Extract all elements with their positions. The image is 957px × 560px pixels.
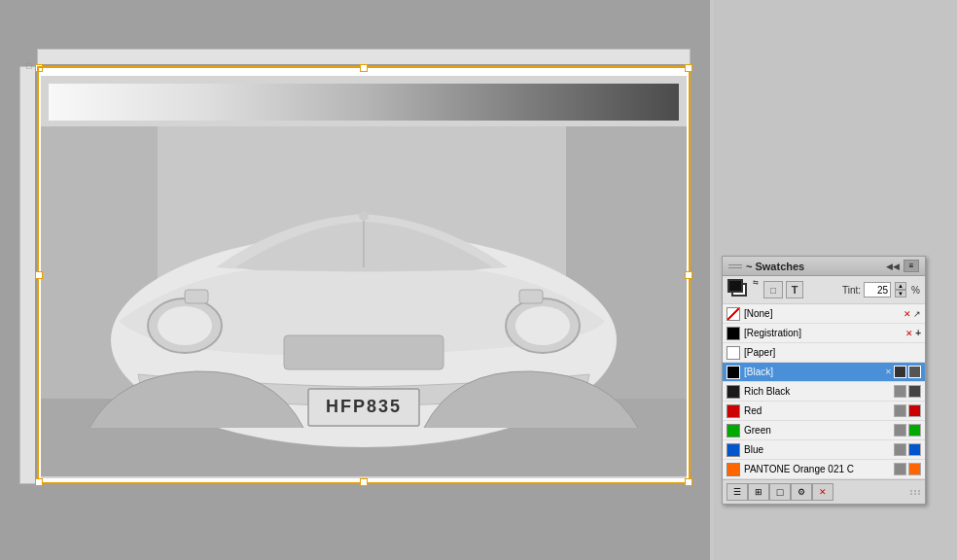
- tint-decrement[interactable]: ▼: [895, 290, 906, 298]
- svg-point-11: [359, 211, 369, 221]
- swatch-name: [Paper]: [744, 347, 917, 358]
- swatch-color-red: [727, 404, 740, 418]
- swatch-swatch-icon: [908, 463, 921, 475]
- swatch-type-icon: [894, 424, 906, 437]
- tint-stepper: ▲ ▼: [895, 282, 906, 298]
- swatches-bottom-toolbar: ☰ ⊞ □ ⚙ ✕: [723, 479, 925, 504]
- swatch-row-richblack[interactable]: Rich Black: [723, 382, 925, 402]
- swatch-type-icon: [894, 366, 906, 378]
- swatch-row-none[interactable]: [None] ✕ ↗: [723, 304, 925, 324]
- swatch-swatch-icon: [908, 385, 921, 398]
- new-swatch-button[interactable]: □: [769, 483, 791, 501]
- swatch-type-icon: [894, 404, 906, 417]
- swatch-name: Blue: [744, 444, 890, 455]
- stroke-button[interactable]: □: [763, 281, 783, 298]
- swap-icon: ⇆: [753, 279, 759, 287]
- swatch-cmyk-icon: ✕: [885, 368, 892, 376]
- car-image: HFP835: [41, 126, 687, 476]
- swatch-action-icons: [894, 443, 921, 456]
- svg-point-8: [515, 306, 570, 345]
- resize-grip: [910, 490, 921, 495]
- fill-stroke-indicator[interactable]: ⇆: [727, 279, 759, 300]
- swatch-row-pantone-orange[interactable]: PANTONE Orange 021 C: [723, 460, 925, 479]
- svg-rect-14: [185, 290, 208, 303]
- swatch-action-icons: [894, 463, 921, 475]
- swatch-color-green: [727, 424, 740, 438]
- swatch-row-green[interactable]: Green: [723, 421, 925, 440]
- swatch-action-icons: [894, 404, 921, 417]
- swatch-options-button[interactable]: ⚙: [791, 483, 812, 501]
- image-content: HFP835: [41, 76, 687, 478]
- swatch-name: PANTONE Orange 021 C: [744, 464, 890, 474]
- swatch-action-icons: ✕ +: [905, 328, 921, 338]
- tint-label: Tint:: [842, 285, 861, 296]
- show-swatches-options-button[interactable]: ☰: [727, 483, 748, 501]
- swatch-color-richblack: [727, 385, 740, 399]
- text-color-button[interactable]: T: [786, 281, 803, 298]
- new-color-group-button[interactable]: ⊞: [748, 483, 769, 501]
- swatch-swatch-icon: [908, 404, 921, 417]
- swatch-x-icon: ✕: [905, 329, 913, 338]
- swatch-name: Green: [744, 425, 890, 436]
- swatch-action-icons: [894, 385, 921, 398]
- swatch-action-icons: ✕ ↗: [904, 309, 921, 319]
- swatch-row-red[interactable]: Red: [723, 402, 925, 421]
- swatch-color-black: [727, 366, 740, 379]
- swatches-list: [None] ✕ ↗ [Registration] ✕ + [Paper] [B…: [723, 304, 925, 479]
- swatches-title-bar[interactable]: ~ Swatches ◀◀ ≡: [723, 257, 925, 276]
- swatch-type-icon: [894, 385, 906, 398]
- delete-swatch-button[interactable]: ✕: [812, 483, 833, 501]
- swatches-panel: ~ Swatches ◀◀ ≡ ⇆ □ T Tint: ▲ ▼ %: [722, 256, 926, 505]
- swatch-swatch-icon: [908, 424, 921, 437]
- swatches-panel-title: ~ Swatches: [746, 261, 804, 272]
- fill-box: [727, 279, 743, 293]
- swatch-x-icon: ✕: [904, 309, 911, 319]
- ruler-bar-h: [37, 49, 691, 66]
- swatch-name: [None]: [744, 308, 900, 319]
- svg-point-6: [158, 306, 212, 345]
- swatch-row-black[interactable]: [Black] ✕: [723, 363, 925, 382]
- tint-input[interactable]: [864, 282, 891, 298]
- swatch-arrow-icon: ↗: [913, 309, 921, 319]
- swatch-name: [Registration]: [744, 328, 902, 338]
- swatch-row-blue[interactable]: Blue: [723, 440, 925, 460]
- swatch-row-paper[interactable]: [Paper]: [723, 343, 925, 363]
- swatch-name: Red: [744, 405, 890, 416]
- percent-sign: %: [911, 285, 920, 296]
- swatch-color-paper: [727, 346, 740, 360]
- panel-menu-button[interactable]: ≡: [904, 260, 919, 272]
- svg-rect-9: [284, 335, 443, 369]
- page-icon: □: [26, 61, 31, 71]
- gradient-bar: [49, 84, 679, 121]
- swatch-action-icons: [894, 424, 921, 437]
- swatch-type-icon: [894, 443, 906, 456]
- panel-collapse-arrow[interactable]: ◀◀: [886, 262, 900, 271]
- panel-grip: [728, 264, 742, 268]
- swatch-color-registration: [727, 327, 740, 340]
- swatch-swatch-icon: [908, 366, 921, 378]
- swatch-swatch-icon: [908, 443, 921, 456]
- swatch-action-icons: ✕: [885, 366, 921, 378]
- swatch-name: [Black]: [744, 367, 881, 377]
- swatch-color-pantone: [727, 463, 740, 476]
- swatch-color-blue: [727, 443, 740, 457]
- svg-text:HFP835: HFP835: [326, 397, 402, 416]
- swatch-row-registration[interactable]: [Registration] ✕ +: [723, 324, 925, 343]
- swatches-toolbar: ⇆ □ T Tint: ▲ ▼ %: [723, 276, 925, 304]
- svg-rect-15: [519, 290, 543, 303]
- tint-increment[interactable]: ▲: [895, 282, 906, 290]
- swatch-none-icon: [727, 307, 740, 321]
- ruler-bar-v: [19, 66, 37, 484]
- swatch-name: Rich Black: [744, 386, 890, 397]
- swatch-plus-icon: +: [915, 328, 921, 338]
- swatch-type-icon: [894, 463, 906, 475]
